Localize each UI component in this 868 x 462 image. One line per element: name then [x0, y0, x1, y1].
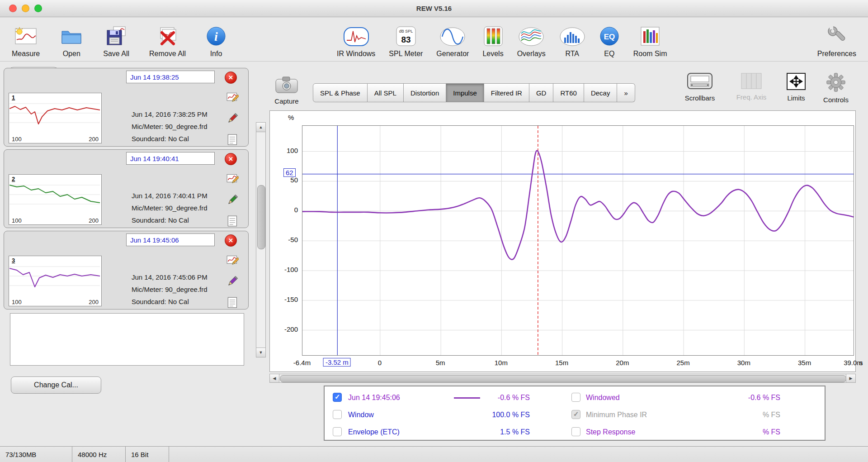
notes-icon[interactable]: [226, 133, 239, 146]
rta-icon: [559, 27, 585, 48]
impulse-graph-panel: % 100500-50-100-150-200-6.4m05m10m15m20m…: [269, 110, 856, 372]
measurement-name-input[interactable]: [126, 71, 215, 83]
room-sim-icon: [640, 26, 660, 48]
capture-button[interactable]: Capture: [268, 75, 306, 105]
notes-icon[interactable]: [226, 215, 239, 227]
graph-type-tabs: SPL & Phase All SPL Distortion Impulse F…: [313, 83, 635, 102]
change-cal-button[interactable]: Change Cal...: [11, 376, 101, 394]
scrollbar-thumb[interactable]: [257, 185, 265, 249]
measurement-thumbnail[interactable]: 1 100 200: [9, 93, 102, 143]
step-response-checkbox[interactable]: [571, 427, 580, 436]
room-sim-button[interactable]: Room Sim: [633, 19, 667, 58]
windowed-checkbox[interactable]: [571, 393, 580, 402]
measurement-date: Jun 14, 2016 7:38:25 PM: [132, 108, 208, 120]
measurement-info: Jun 14, 2016 7:45:06 PM Mic/Meter: 90_de…: [132, 271, 208, 308]
measurement-card-3[interactable]: 3 100 200 Jun 14, 2016 7:45:06 PM Mic/Me…: [4, 231, 249, 310]
limits-button[interactable]: Limits: [778, 72, 815, 102]
measure-button[interactable]: Measure: [12, 19, 40, 58]
remove-all-button[interactable]: Remove All: [149, 19, 186, 58]
limits-icon: [786, 72, 806, 92]
x-axis-tick-label: 10m: [495, 359, 508, 367]
trace-settings-icon[interactable]: [226, 172, 239, 185]
delete-measurement-button[interactable]: [225, 234, 237, 247]
delete-measurement-button[interactable]: [225, 71, 237, 84]
tab-filtered-ir[interactable]: Filtered IR: [484, 83, 529, 102]
measurement-number: 1: [12, 94, 15, 101]
scrollbars-icon: [687, 72, 713, 92]
measurement-info: Jun 14, 2016 7:40:41 PM Mic/Meter: 90_de…: [132, 190, 208, 226]
windowed-label: Windowed: [586, 391, 620, 405]
measurement-number: 3: [12, 257, 15, 264]
tab-all-spl[interactable]: All SPL: [368, 83, 404, 102]
titlebar: REW V5.16: [0, 0, 868, 17]
thumb-axis-end: 200: [89, 136, 99, 143]
measurement-card-2[interactable]: 2 100 200 Jun 14, 2016 7:40:41 PM Mic/Me…: [4, 149, 249, 228]
measure-icon: [14, 26, 38, 48]
bit-depth: 16 Bit: [126, 447, 169, 462]
trace-pencil-icon[interactable]: [226, 194, 239, 206]
measurement-thumbnail[interactable]: 3 100 200: [9, 256, 102, 306]
levels-button[interactable]: Levels: [482, 19, 503, 58]
tab-gd[interactable]: GD: [529, 83, 554, 102]
graph-horizontal-scrollbar[interactable]: [269, 374, 856, 383]
eq-button[interactable]: EQ EQ: [599, 19, 620, 58]
rew-window: REW V5.16 Measure Open: [0, 0, 868, 462]
envelope-etc-value: 1.5 % FS: [463, 425, 530, 439]
open-button[interactable]: Open: [60, 19, 83, 58]
tab-distortion[interactable]: Distortion: [404, 83, 446, 102]
tab-rt60[interactable]: RT60: [553, 83, 584, 102]
measurement-name-input[interactable]: [126, 233, 215, 246]
minimum-phase-ir-value: % FS: [687, 408, 780, 422]
x-axis-tick-label: 5m: [436, 359, 445, 367]
trace-pencil-icon[interactable]: [226, 112, 239, 124]
scrollbar-thumb[interactable]: [280, 375, 846, 382]
thumb-axis-end: 200: [89, 299, 99, 305]
ir-windows-button[interactable]: IR Windows: [337, 19, 375, 58]
tab-spl-phase[interactable]: SPL & Phase: [313, 83, 368, 102]
sidebar-scrollbar[interactable]: [256, 122, 266, 357]
envelope-etc-checkbox[interactable]: [333, 427, 342, 436]
info-button[interactable]: i Info: [206, 19, 226, 58]
preferences-button[interactable]: Preferences: [817, 19, 856, 58]
sample-rate: 48000 Hz: [72, 447, 126, 462]
scroll-left-icon[interactable]: [270, 374, 279, 382]
tab-more[interactable]: »: [617, 83, 635, 102]
impulse-plot[interactable]: [302, 125, 854, 356]
x-axis-tick-label: -6.4m: [293, 359, 311, 367]
scroll-down-icon[interactable]: [256, 348, 265, 357]
x-axis-tick-label: 35m: [798, 359, 811, 367]
delete-measurement-button[interactable]: [225, 153, 237, 165]
trace-settings-icon[interactable]: [226, 254, 239, 266]
window-checkbox[interactable]: [333, 410, 342, 419]
trace-settings-icon[interactable]: [226, 91, 239, 103]
x-axis-unit-label: s: [859, 359, 863, 367]
overlays-button[interactable]: Overlays: [517, 19, 546, 58]
notes-icon[interactable]: [226, 296, 239, 309]
spl-meter-button[interactable]: dB SPL 83 SPL Meter: [389, 19, 423, 58]
measurement-thumbnail[interactable]: 2 100 200: [9, 174, 102, 225]
measurement-soundcard: Soundcard: No Cal: [132, 295, 208, 308]
measurement-notes-area[interactable]: [10, 313, 244, 366]
spl-meter-badge-top: dB SPL: [399, 29, 413, 33]
x-axis-tick-label: 15m: [555, 359, 568, 367]
measurement-soundcard: Soundcard: No Cal: [132, 133, 208, 145]
scroll-up-icon[interactable]: [256, 123, 265, 132]
rta-button[interactable]: RTA: [559, 19, 585, 58]
controls-button[interactable]: Controls: [816, 72, 855, 104]
scroll-right-icon[interactable]: [846, 374, 855, 382]
measurement-mic: Mic/Meter: 90_degree.frd: [132, 283, 208, 295]
step-response-value: % FS: [687, 425, 780, 439]
tab-impulse[interactable]: Impulse: [446, 83, 484, 102]
measurement-name-input[interactable]: [126, 152, 215, 165]
eq-icon-text: EQ: [604, 33, 615, 41]
tab-decay[interactable]: Decay: [584, 83, 618, 102]
trace-pencil-icon[interactable]: [226, 275, 239, 287]
save-all-button[interactable]: Save All: [103, 19, 129, 58]
trace-visible-checkbox[interactable]: [333, 393, 342, 402]
scrollbars-toggle-button[interactable]: Scrollbars: [678, 72, 722, 102]
generator-button[interactable]: Generator: [436, 19, 469, 58]
y-axis-tick-label: 0: [270, 206, 298, 214]
measurement-card-1[interactable]: 1 100 200 Jun 14, 2016 7:38:25 PM Mic/Me…: [4, 68, 249, 147]
minimum-phase-ir-checkbox[interactable]: [571, 410, 580, 419]
cursor-y-value: 62: [283, 168, 296, 177]
